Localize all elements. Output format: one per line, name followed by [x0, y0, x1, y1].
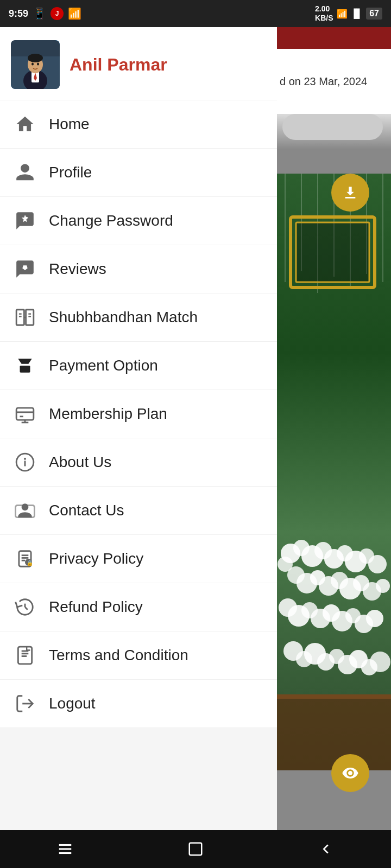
status-bar: 9:59 📱 J 📶 2.00KB/S 📶 ▐▌ 67 — [0, 0, 391, 27]
logout-label: Logout — [49, 695, 96, 712]
shubhbandhan-match-label: Shubhbandhan Match — [49, 309, 198, 326]
menu-item-privacy-policy[interactable]: 🔒 Privacy Policy — [0, 535, 277, 583]
svg-rect-46 — [274, 694, 391, 770]
svg-rect-83 — [18, 647, 31, 664]
whatsapp-icon: 📱 — [33, 7, 46, 20]
payment-option-label: Payment Option — [49, 357, 158, 374]
network-speed: 2.00KB/S — [315, 4, 333, 23]
change-password-label: Change Password — [49, 212, 173, 229]
terms-icon — [13, 643, 37, 667]
logout-icon — [13, 692, 37, 716]
svg-rect-66 — [16, 408, 34, 420]
navigation-drawer: Anil Parmar Home Profile — [0, 27, 277, 868]
download-button[interactable] — [331, 174, 369, 212]
jio-icon: J — [51, 7, 64, 20]
svg-point-18 — [368, 555, 387, 573]
contact-us-label: Contact Us — [49, 502, 124, 519]
menu-list: Home Profile Change Password — [0, 100, 277, 868]
svg-point-56 — [31, 63, 34, 66]
svg-point-27 — [376, 579, 390, 593]
privacy-icon: 🔒 — [13, 547, 37, 571]
menu-item-contact-us[interactable]: Contact Us — [0, 487, 277, 535]
menu-item-membership-plan[interactable]: Membership Plan — [0, 390, 277, 438]
svg-rect-47 — [274, 694, 391, 699]
menu-item-terms-condition[interactable]: Terms and Condition — [0, 631, 277, 680]
chat-star-icon — [13, 209, 37, 233]
menu-item-payment-option[interactable]: Payment Option — [0, 342, 277, 390]
wifi-icon: 📶 — [337, 9, 348, 19]
svg-point-45 — [370, 652, 390, 672]
bottom-navigation — [0, 830, 391, 868]
home-icon — [13, 112, 37, 136]
terms-condition-label: Terms and Condition — [49, 647, 188, 664]
signal-icon: 📶 — [68, 7, 81, 20]
svg-rect-58 — [16, 310, 24, 326]
svg-rect-59 — [26, 310, 34, 326]
reviews-label: Reviews — [49, 260, 106, 278]
nav-menu-icon[interactable] — [57, 841, 73, 857]
menu-item-refund-policy[interactable]: Refund Policy — [0, 583, 277, 631]
info-icon — [13, 450, 37, 474]
contact-icon — [13, 499, 37, 522]
user-name: Anil Parmar — [70, 55, 167, 75]
membership-plan-label: Membership Plan — [49, 405, 167, 423]
view-button[interactable] — [331, 754, 369, 792]
svg-rect-8 — [296, 222, 369, 282]
svg-rect-91 — [190, 843, 202, 856]
nav-home-icon[interactable] — [187, 841, 204, 857]
nav-back-icon[interactable] — [318, 841, 334, 857]
menu-item-reviews[interactable]: Reviews — [0, 245, 277, 293]
svg-line-82 — [25, 607, 28, 610]
signal-strength: ▐▌ — [351, 9, 363, 18]
match-icon — [13, 305, 37, 329]
privacy-policy-label: Privacy Policy — [49, 550, 143, 567]
reviews-icon — [13, 257, 37, 281]
refund-icon — [13, 595, 37, 619]
svg-point-55 — [28, 54, 43, 62]
battery-icon: 67 — [366, 8, 382, 20]
drawer-header: Anil Parmar — [0, 27, 277, 100]
avatar — [11, 40, 60, 89]
time-display: 9:59 — [9, 8, 28, 20]
menu-item-home[interactable]: Home — [0, 100, 277, 149]
menu-item-profile[interactable]: Profile — [0, 149, 277, 197]
menu-item-shubhbandhan-match[interactable]: Shubhbandhan Match — [0, 293, 277, 342]
home-label: Home — [49, 116, 90, 133]
person-icon — [13, 161, 37, 184]
refund-policy-label: Refund Policy — [49, 598, 143, 616]
about-us-label: About Us — [49, 454, 111, 471]
payment-icon — [13, 354, 37, 378]
menu-item-change-password[interactable]: Change Password — [0, 197, 277, 245]
date-text: d on 23 Mar, 2024 — [280, 75, 367, 88]
svg-text:🔒: 🔒 — [27, 560, 33, 566]
svg-rect-65 — [20, 366, 30, 373]
svg-point-57 — [37, 63, 39, 66]
membership-icon — [13, 402, 37, 426]
menu-item-logout[interactable]: Logout — [0, 680, 277, 728]
profile-label: Profile — [49, 164, 92, 181]
svg-point-36 — [366, 610, 383, 627]
menu-item-about-us[interactable]: About Us — [0, 438, 277, 487]
svg-rect-48 — [345, 197, 356, 199]
